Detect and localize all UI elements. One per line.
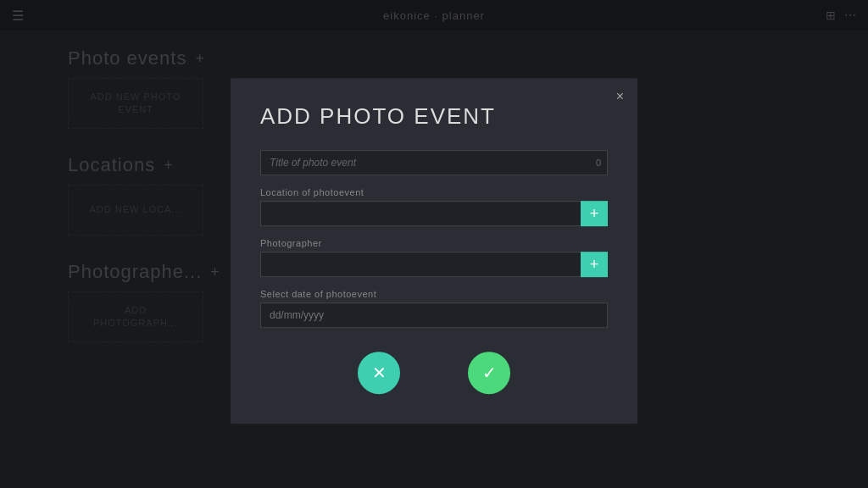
confirm-button[interactable]: ✓ [468, 352, 510, 394]
title-char-count: 0 [596, 158, 601, 168]
add-photo-event-modal: × ADD PHOTO EVENT 0 Location of photoeve… [231, 78, 637, 424]
photographer-input-group: + [260, 252, 608, 277]
location-input[interactable] [260, 201, 581, 226]
location-input-group: + [260, 201, 608, 226]
date-form-group: Select date of photoevent [260, 289, 608, 328]
photographer-input[interactable] [260, 252, 581, 277]
photographer-label: Photographer [260, 238, 608, 248]
photographer-form-group: Photographer + [260, 238, 608, 277]
location-add-button[interactable]: + [581, 201, 608, 226]
title-input[interactable] [260, 150, 608, 175]
title-input-wrapper: 0 [260, 150, 608, 175]
modal-actions: ✕ ✓ [260, 352, 608, 394]
modal-close-button[interactable]: × [616, 90, 624, 103]
date-label: Select date of photoevent [260, 289, 608, 299]
cancel-button[interactable]: ✕ [358, 352, 400, 394]
cancel-icon: ✕ [372, 363, 387, 383]
title-form-group: 0 [260, 150, 608, 175]
confirm-icon: ✓ [482, 363, 497, 383]
location-form-group: Location of photoevent + [260, 187, 608, 226]
modal-title: ADD PHOTO EVENT [260, 103, 608, 130]
photographer-add-button[interactable]: + [581, 252, 608, 277]
location-label: Location of photoevent [260, 187, 608, 197]
date-input[interactable] [260, 302, 608, 328]
